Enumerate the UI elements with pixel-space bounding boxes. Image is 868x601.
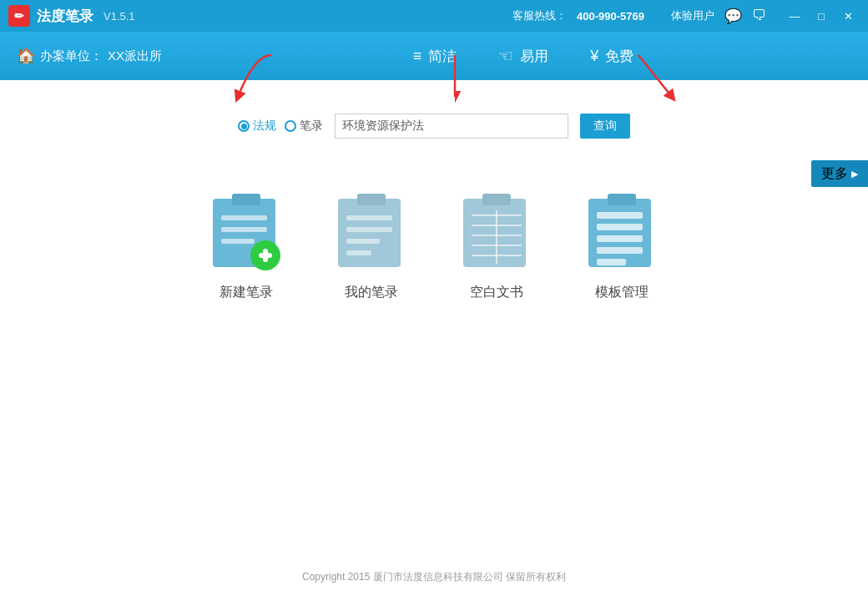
new-note-label: 新建笔录	[220, 284, 273, 301]
app-icon: ✏	[8, 5, 30, 27]
blank-doc-item[interactable]: 空白文书	[459, 189, 534, 301]
svg-rect-9	[357, 194, 386, 205]
hotline-number: 400-990-5769	[577, 10, 644, 23]
window-controls: — □ ✕	[783, 7, 860, 25]
blank-doc-icon	[459, 189, 534, 272]
free-icon: ¥	[590, 48, 598, 65]
svg-rect-28	[597, 259, 626, 265]
office-unit-name: XX派出所	[108, 48, 162, 64]
more-button-label: 更多	[821, 165, 848, 183]
office-unit: 🏠 办案单位： XX派出所	[17, 47, 162, 65]
my-notes-item[interactable]: 我的笔录	[334, 189, 409, 301]
footer: Copyright 2015 厦门市法度信息科技有限公司 保留所有权利	[0, 570, 868, 584]
title-left: ✏ 法度笔录 V1.5.1	[8, 5, 135, 27]
chat-bubble-icon[interactable]: 💬	[724, 8, 742, 25]
home-icon: 🏠	[17, 47, 35, 65]
svg-rect-10	[346, 215, 392, 220]
nav-features: ≡ 简洁 ☜ 易用 ¥ 免费	[195, 46, 851, 66]
new-note-item[interactable]: 新建笔录	[209, 189, 284, 301]
template-mgr-icon	[584, 189, 659, 272]
my-notes-label: 我的笔录	[345, 284, 398, 301]
main-content: 更多 ▶	[0, 80, 868, 601]
svg-rect-24	[597, 212, 643, 219]
minimize-button[interactable]: —	[783, 7, 806, 25]
radio-fagui-circle[interactable]	[238, 120, 250, 132]
feature-easy-label: 易用	[520, 47, 548, 66]
radio-bilu[interactable]: 笔录	[285, 119, 323, 134]
svg-rect-7	[263, 249, 268, 262]
new-note-icon	[209, 189, 284, 272]
svg-rect-4	[221, 239, 255, 244]
more-arrow-icon: ▶	[851, 169, 858, 179]
svg-rect-23	[608, 194, 636, 205]
svg-rect-2	[221, 215, 267, 220]
arrow-to-search	[405, 51, 505, 109]
arrow-to-radio	[213, 51, 288, 109]
svg-rect-27	[597, 247, 643, 254]
radio-fagui-label: 法规	[253, 119, 276, 134]
search-input[interactable]	[335, 114, 568, 139]
template-mgr-item[interactable]: 模板管理	[584, 189, 659, 301]
title-bar: ✏ 法度笔录 V1.5.1 客服热线： 400-990-5769 体验用户 💬 …	[0, 0, 868, 32]
arrow-to-btn	[622, 51, 697, 109]
restore-button[interactable]: □	[810, 7, 833, 25]
radio-fagui[interactable]: 法规	[238, 119, 276, 134]
more-button[interactable]: 更多 ▶	[811, 160, 868, 187]
svg-rect-11	[346, 227, 392, 232]
icons-grid: 新建笔录 我的笔录	[209, 189, 659, 301]
radio-bilu-label: 笔录	[300, 119, 323, 134]
svg-rect-1	[232, 194, 260, 205]
svg-rect-15	[482, 194, 511, 205]
template-mgr-label: 模板管理	[595, 284, 648, 301]
user-label: 体验用户	[671, 8, 714, 23]
app-title: 法度笔录	[37, 7, 93, 26]
title-right: 客服热线： 400-990-5769 体验用户 💬 🗨 — □ ✕	[512, 7, 860, 25]
close-button[interactable]: ✕	[836, 7, 860, 25]
my-notes-icon	[334, 189, 409, 272]
feature-easy[interactable]: ☜ 易用	[498, 46, 548, 66]
blank-doc-label: 空白文书	[470, 284, 523, 301]
version-label: V1.5.1	[103, 10, 135, 23]
svg-rect-26	[597, 235, 643, 242]
search-area: 法规 笔录 查询	[238, 114, 630, 139]
svg-rect-3	[221, 227, 267, 232]
svg-rect-13	[346, 250, 371, 255]
svg-rect-8	[338, 199, 401, 267]
svg-rect-22	[588, 199, 651, 267]
copyright-text: Copyright 2015 厦门市法度信息科技有限公司 保留所有权利	[302, 571, 566, 583]
search-button[interactable]: 查询	[580, 114, 630, 139]
svg-rect-14	[463, 199, 526, 267]
radio-bilu-circle[interactable]	[285, 120, 296, 132]
svg-rect-12	[346, 239, 380, 244]
svg-rect-25	[597, 224, 643, 230]
chat-icon2[interactable]: 🗨	[752, 8, 766, 24]
radio-group: 法规 笔录	[238, 119, 323, 134]
office-unit-prefix: 办案单位：	[40, 48, 103, 64]
hotline-label: 客服热线：	[512, 8, 567, 23]
